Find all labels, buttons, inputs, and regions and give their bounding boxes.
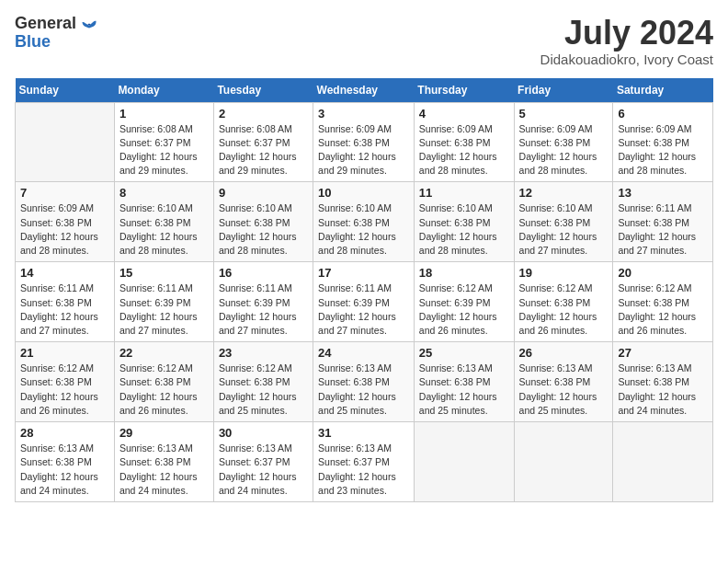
calendar-cell: 13Sunrise: 6:11 AM Sunset: 6:38 PM Dayli…	[613, 182, 713, 262]
logo: General Blue	[15, 15, 98, 52]
calendar-cell: 20Sunrise: 6:12 AM Sunset: 6:38 PM Dayli…	[613, 262, 713, 342]
day-info: Sunrise: 6:12 AM Sunset: 6:38 PM Dayligh…	[20, 362, 98, 416]
day-info: Sunrise: 6:13 AM Sunset: 6:38 PM Dayligh…	[618, 362, 696, 416]
logo-general-text: General	[15, 15, 76, 33]
calendar-cell: 1Sunrise: 6:08 AM Sunset: 6:37 PM Daylig…	[114, 102, 213, 182]
day-number: 13	[618, 186, 708, 200]
day-info: Sunrise: 6:11 AM Sunset: 6:38 PM Dayligh…	[618, 202, 696, 256]
day-number: 5	[519, 107, 609, 121]
day-number: 20	[618, 266, 708, 280]
day-info: Sunrise: 6:10 AM Sunset: 6:38 PM Dayligh…	[119, 202, 198, 256]
calendar-cell: 25Sunrise: 6:13 AM Sunset: 6:38 PM Dayli…	[414, 342, 514, 422]
day-info: Sunrise: 6:10 AM Sunset: 6:38 PM Dayligh…	[219, 202, 297, 256]
day-header-saturday: Saturday	[613, 78, 713, 103]
day-header-sunday: Sunday	[16, 78, 115, 103]
calendar-cell: 10Sunrise: 6:10 AM Sunset: 6:38 PM Dayli…	[313, 182, 415, 262]
calendar-cell	[16, 102, 115, 182]
calendar-cell	[613, 422, 713, 502]
day-info: Sunrise: 6:08 AM Sunset: 6:37 PM Dayligh…	[119, 123, 198, 177]
day-info: Sunrise: 6:13 AM Sunset: 6:37 PM Dayligh…	[318, 442, 396, 496]
calendar-table: SundayMondayTuesdayWednesdayThursdayFrid…	[15, 78, 713, 502]
day-info: Sunrise: 6:12 AM Sunset: 6:38 PM Dayligh…	[119, 362, 198, 416]
day-info: Sunrise: 6:10 AM Sunset: 6:38 PM Dayligh…	[318, 202, 396, 256]
calendar-cell	[514, 422, 613, 502]
calendar-cell: 2Sunrise: 6:08 AM Sunset: 6:37 PM Daylig…	[213, 102, 313, 182]
day-number: 14	[20, 266, 109, 280]
day-info: Sunrise: 6:11 AM Sunset: 6:39 PM Dayligh…	[119, 282, 198, 336]
day-number: 21	[20, 346, 109, 360]
calendar-cell: 6Sunrise: 6:09 AM Sunset: 6:38 PM Daylig…	[613, 102, 713, 182]
day-number: 28	[20, 426, 109, 440]
day-info: Sunrise: 6:09 AM Sunset: 6:38 PM Dayligh…	[618, 123, 696, 177]
day-number: 6	[618, 107, 708, 121]
subtitle: Didakouadiokro, Ivory Coast	[540, 52, 713, 67]
calendar-cell: 16Sunrise: 6:11 AM Sunset: 6:39 PM Dayli…	[213, 262, 313, 342]
day-header-friday: Friday	[514, 78, 613, 103]
day-info: Sunrise: 6:10 AM Sunset: 6:38 PM Dayligh…	[519, 202, 597, 256]
day-info: Sunrise: 6:11 AM Sunset: 6:38 PM Dayligh…	[20, 282, 98, 336]
calendar-cell: 29Sunrise: 6:13 AM Sunset: 6:38 PM Dayli…	[114, 422, 213, 502]
day-info: Sunrise: 6:13 AM Sunset: 6:38 PM Dayligh…	[419, 362, 497, 416]
day-info: Sunrise: 6:11 AM Sunset: 6:39 PM Dayligh…	[318, 282, 396, 336]
calendar-cell: 18Sunrise: 6:12 AM Sunset: 6:39 PM Dayli…	[414, 262, 514, 342]
day-number: 22	[119, 346, 209, 360]
calendar-cell: 17Sunrise: 6:11 AM Sunset: 6:39 PM Dayli…	[313, 262, 415, 342]
calendar-cell: 21Sunrise: 6:12 AM Sunset: 6:38 PM Dayli…	[16, 342, 115, 422]
calendar-cell: 22Sunrise: 6:12 AM Sunset: 6:38 PM Dayli…	[114, 342, 213, 422]
calendar-cell: 5Sunrise: 6:09 AM Sunset: 6:38 PM Daylig…	[514, 102, 613, 182]
calendar-week-row: 7Sunrise: 6:09 AM Sunset: 6:38 PM Daylig…	[16, 182, 713, 262]
calendar-cell: 12Sunrise: 6:10 AM Sunset: 6:38 PM Dayli…	[514, 182, 613, 262]
day-number: 12	[519, 186, 609, 200]
calendar-cell: 31Sunrise: 6:13 AM Sunset: 6:37 PM Dayli…	[313, 422, 415, 502]
calendar-cell: 26Sunrise: 6:13 AM Sunset: 6:38 PM Dayli…	[514, 342, 613, 422]
day-number: 1	[119, 107, 209, 121]
logo-blue-text: Blue	[15, 32, 51, 51]
day-info: Sunrise: 6:13 AM Sunset: 6:38 PM Dayligh…	[519, 362, 597, 416]
day-info: Sunrise: 6:13 AM Sunset: 6:37 PM Dayligh…	[219, 442, 297, 496]
header-row: SundayMondayTuesdayWednesdayThursdayFrid…	[16, 78, 713, 103]
day-info: Sunrise: 6:09 AM Sunset: 6:38 PM Dayligh…	[318, 123, 396, 177]
calendar-cell: 14Sunrise: 6:11 AM Sunset: 6:38 PM Dayli…	[16, 262, 115, 342]
day-info: Sunrise: 6:09 AM Sunset: 6:38 PM Dayligh…	[419, 123, 497, 177]
day-number: 11	[419, 186, 509, 200]
day-number: 7	[20, 186, 109, 200]
day-header-wednesday: Wednesday	[313, 78, 415, 103]
day-number: 29	[119, 426, 209, 440]
day-number: 10	[318, 186, 409, 200]
day-number: 19	[519, 266, 609, 280]
main-title: July 2024	[540, 15, 713, 52]
day-number: 24	[318, 346, 409, 360]
calendar-cell: 23Sunrise: 6:12 AM Sunset: 6:38 PM Dayli…	[213, 342, 313, 422]
day-number: 2	[219, 107, 308, 121]
calendar-cell: 11Sunrise: 6:10 AM Sunset: 6:38 PM Dayli…	[414, 182, 514, 262]
calendar-cell: 8Sunrise: 6:10 AM Sunset: 6:38 PM Daylig…	[114, 182, 213, 262]
calendar-cell: 15Sunrise: 6:11 AM Sunset: 6:39 PM Dayli…	[114, 262, 213, 342]
day-header-tuesday: Tuesday	[213, 78, 313, 103]
day-info: Sunrise: 6:10 AM Sunset: 6:38 PM Dayligh…	[419, 202, 497, 256]
calendar-week-row: 14Sunrise: 6:11 AM Sunset: 6:38 PM Dayli…	[16, 262, 713, 342]
calendar-cell: 19Sunrise: 6:12 AM Sunset: 6:38 PM Dayli…	[514, 262, 613, 342]
day-info: Sunrise: 6:12 AM Sunset: 6:38 PM Dayligh…	[519, 282, 597, 336]
day-number: 9	[219, 186, 308, 200]
day-number: 15	[119, 266, 209, 280]
day-info: Sunrise: 6:09 AM Sunset: 6:38 PM Dayligh…	[20, 202, 98, 256]
day-info: Sunrise: 6:08 AM Sunset: 6:37 PM Dayligh…	[219, 123, 297, 177]
day-number: 30	[219, 426, 308, 440]
day-header-thursday: Thursday	[414, 78, 514, 103]
day-number: 23	[219, 346, 308, 360]
day-info: Sunrise: 6:09 AM Sunset: 6:38 PM Dayligh…	[519, 123, 597, 177]
day-number: 17	[318, 266, 409, 280]
calendar-cell: 3Sunrise: 6:09 AM Sunset: 6:38 PM Daylig…	[313, 102, 415, 182]
day-info: Sunrise: 6:11 AM Sunset: 6:39 PM Dayligh…	[219, 282, 297, 336]
day-info: Sunrise: 6:13 AM Sunset: 6:38 PM Dayligh…	[119, 442, 198, 496]
calendar-cell: 9Sunrise: 6:10 AM Sunset: 6:38 PM Daylig…	[213, 182, 313, 262]
day-info: Sunrise: 6:12 AM Sunset: 6:38 PM Dayligh…	[618, 282, 696, 336]
calendar-cell: 7Sunrise: 6:09 AM Sunset: 6:38 PM Daylig…	[16, 182, 115, 262]
calendar-week-row: 1Sunrise: 6:08 AM Sunset: 6:37 PM Daylig…	[16, 102, 713, 182]
day-info: Sunrise: 6:13 AM Sunset: 6:38 PM Dayligh…	[318, 362, 396, 416]
header: General Blue July 2024 Didakouadiokro, I…	[15, 15, 713, 67]
title-area: July 2024 Didakouadiokro, Ivory Coast	[540, 15, 713, 67]
day-number: 3	[318, 107, 409, 121]
calendar-cell: 30Sunrise: 6:13 AM Sunset: 6:37 PM Dayli…	[213, 422, 313, 502]
calendar-week-row: 28Sunrise: 6:13 AM Sunset: 6:38 PM Dayli…	[16, 422, 713, 502]
